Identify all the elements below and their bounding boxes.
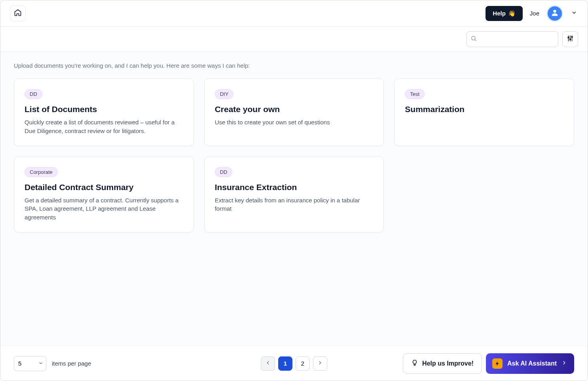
intro-text: Upload documents you're working on, and … [14, 62, 574, 69]
page-number-button[interactable]: 1 [278, 356, 292, 371]
card-title: Create your own [215, 105, 374, 114]
lightbulb-icon [411, 359, 418, 368]
sliders-icon [567, 35, 574, 43]
template-card[interactable]: TestSummarization [394, 78, 574, 146]
next-page-button[interactable] [313, 356, 327, 371]
card-badge: DD [215, 167, 233, 177]
pagination: 12 [261, 356, 327, 371]
search-icon [470, 35, 477, 43]
card-badge: DD [25, 89, 42, 99]
card-title: Summarization [405, 105, 563, 114]
avatar[interactable] [546, 5, 563, 22]
home-button[interactable] [10, 6, 26, 21]
items-per-page-label: items per page [52, 360, 91, 367]
card-description: Extract key details from an insurance po… [215, 196, 374, 213]
chevron-right-icon [317, 360, 323, 367]
search-row [0, 27, 588, 52]
search-input-wrap [467, 31, 558, 47]
bolt-icon [492, 358, 503, 369]
help-label: Help [493, 10, 506, 17]
svg-point-4 [568, 37, 569, 38]
card-badge: Test [405, 89, 425, 99]
template-card[interactable]: DIYCreate your ownUse this to create you… [204, 78, 384, 146]
top-header: Help 👋 Joe [0, 0, 588, 27]
card-badge: Corporate [25, 167, 58, 177]
help-us-improve-label: Help us Improve! [422, 360, 474, 367]
header-right: Help 👋 Joe [486, 5, 578, 22]
card-title: List of Documents [25, 105, 183, 114]
prev-page-button[interactable] [261, 356, 275, 371]
filter-button[interactable] [562, 31, 578, 47]
ask-ai-assistant-button[interactable]: Ask AI Assistant [486, 353, 574, 374]
user-menu-toggle[interactable] [570, 10, 578, 17]
footer-left: 5 items per page [14, 356, 91, 371]
page-size-select-wrap: 5 [14, 356, 46, 371]
card-description: Quickly create a list of documents revie… [25, 118, 183, 135]
main-content: Upload documents you're working on, and … [0, 52, 588, 346]
template-card[interactable]: DDList of DocumentsQuickly create a list… [14, 78, 194, 146]
template-card[interactable]: DDInsurance ExtractionExtract key detail… [204, 156, 384, 232]
search-input[interactable] [467, 31, 558, 47]
home-icon [14, 9, 22, 18]
card-description: Get a detailed summary of a contract. Cu… [25, 196, 183, 222]
card-title: Insurance Extraction [215, 183, 374, 192]
card-title: Detailed Contract Summary [25, 183, 183, 192]
card-description: Use this to create your own set of quest… [215, 118, 374, 127]
page-size-select[interactable]: 5 [14, 356, 46, 371]
chevron-right-icon [561, 360, 567, 367]
help-button[interactable]: Help 👋 [486, 6, 523, 21]
chevron-left-icon [265, 360, 271, 367]
help-us-improve-button[interactable]: Help us Improve! [403, 353, 482, 374]
footer-right: Help us Improve! Ask AI Assistant [403, 353, 574, 374]
template-card[interactable]: CorporateDetailed Contract SummaryGet a … [14, 156, 194, 232]
svg-point-0 [553, 10, 556, 12]
username-label: Joe [530, 10, 539, 17]
svg-point-8 [571, 36, 573, 38]
svg-line-2 [475, 40, 476, 41]
page-number-button[interactable]: 2 [296, 356, 310, 371]
ask-ai-label: Ask AI Assistant [507, 360, 557, 367]
wave-emoji: 👋 [508, 10, 516, 17]
user-icon [550, 8, 559, 19]
chevron-down-icon [571, 10, 577, 17]
card-badge: DIY [215, 89, 234, 99]
cards-grid: DDList of DocumentsQuickly create a list… [14, 78, 574, 232]
svg-point-6 [570, 39, 571, 40]
footer: 5 items per page 12 Help us Improve! [0, 346, 588, 381]
